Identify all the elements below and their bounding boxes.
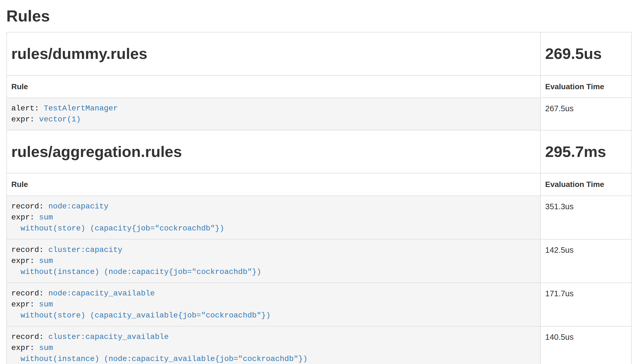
rule-link[interactable]: cluster:capacity xyxy=(48,246,122,254)
rule-link[interactable]: sum xyxy=(39,300,53,309)
rule-group-file: rules/dummy.rules xyxy=(11,45,536,63)
rule-row: record: node:capacity_available expr: su… xyxy=(7,283,631,326)
rule-definition: record: node:capacity_available expr: su… xyxy=(11,288,536,321)
column-header-row: RuleEvaluation Time xyxy=(7,75,631,98)
rule-link[interactable]: sum xyxy=(39,257,53,265)
rule-link[interactable]: node:capacity_available xyxy=(48,289,155,298)
rule-group-header-row: rules/aggregation.rules295.7ms xyxy=(7,130,631,173)
rule-link[interactable]: without(store) (capacity{job="cockroachd… xyxy=(11,224,224,233)
page-title: Rules xyxy=(6,7,632,25)
rules-page: Rules rules/dummy.rules269.5usRuleEvalua… xyxy=(0,0,638,364)
rule-column-header: Rule xyxy=(7,173,540,195)
rule-cell: record: cluster:capacity expr: sum witho… xyxy=(7,239,540,283)
rule-group-file-cell: rules/dummy.rules xyxy=(7,32,540,75)
rule-definition: record: node:capacity expr: sum without(… xyxy=(11,201,536,234)
rule-link[interactable]: without(instance) (node:capacity{job="co… xyxy=(11,268,261,276)
rule-keyword: alert: xyxy=(11,104,44,113)
rule-link[interactable]: vector(1) xyxy=(39,115,81,124)
rule-group-total-time: 269.5us xyxy=(545,45,627,63)
rule-cell: record: node:capacity_available expr: su… xyxy=(7,283,540,326)
rule-keyword: expr: xyxy=(11,213,39,222)
rule-link[interactable]: without(instance) (node:capacity_availab… xyxy=(11,355,307,363)
rule-link[interactable]: node:capacity xyxy=(48,202,108,211)
rule-column-header: Rule xyxy=(7,75,540,98)
rule-keyword: expr: xyxy=(11,257,39,265)
rule-keyword: record: xyxy=(11,289,48,298)
rule-row: record: cluster:capacity expr: sum witho… xyxy=(7,239,631,283)
rule-link[interactable]: without(store) (capacity_available{job="… xyxy=(11,311,271,320)
rule-cell: alert: TestAlertManager expr: vector(1) xyxy=(7,98,540,130)
rule-eval-time: 142.5us xyxy=(540,239,631,283)
rule-link[interactable]: TestAlertManager xyxy=(44,104,118,113)
rule-keyword: expr: xyxy=(11,344,39,352)
rule-definition: record: cluster:capacity expr: sum witho… xyxy=(11,245,536,278)
rule-link[interactable]: cluster:capacity_available xyxy=(48,333,169,341)
rule-row: record: cluster:capacity_available expr:… xyxy=(7,326,631,364)
rules-table: rules/dummy.rules269.5usRuleEvaluation T… xyxy=(6,32,632,364)
eval-time-column-header: Evaluation Time xyxy=(540,173,631,195)
rule-keyword: record: xyxy=(11,333,48,341)
column-header-row: RuleEvaluation Time xyxy=(7,173,631,195)
rule-definition: record: cluster:capacity_available expr:… xyxy=(11,332,536,364)
rule-group-total-time-cell: 295.7ms xyxy=(540,130,631,173)
rule-cell: record: node:capacity expr: sum without(… xyxy=(7,196,540,239)
rule-link[interactable]: sum xyxy=(39,213,53,222)
eval-time-column-header: Evaluation Time xyxy=(540,75,631,98)
rule-cell: record: cluster:capacity_available expr:… xyxy=(7,326,540,364)
rule-group-total-time-cell: 269.5us xyxy=(540,32,631,75)
rule-eval-time: 140.5us xyxy=(540,326,631,364)
rule-eval-time: 351.3us xyxy=(540,196,631,239)
rule-link[interactable]: sum xyxy=(39,344,53,352)
rule-row: record: node:capacity expr: sum without(… xyxy=(7,196,631,239)
rule-group-header-row: rules/dummy.rules269.5us xyxy=(7,32,631,75)
rule-keyword: expr: xyxy=(11,115,39,124)
rule-keyword: record: xyxy=(11,246,48,254)
rule-definition: alert: TestAlertManager expr: vector(1) xyxy=(11,103,536,125)
rule-eval-time: 267.5us xyxy=(540,98,631,130)
rules-table-body: rules/dummy.rules269.5usRuleEvaluation T… xyxy=(7,32,631,364)
rule-group-file: rules/aggregation.rules xyxy=(11,143,536,161)
rule-keyword: record: xyxy=(11,202,48,211)
rule-keyword: expr: xyxy=(11,300,39,309)
rule-group-file-cell: rules/aggregation.rules xyxy=(7,130,540,173)
rule-row: alert: TestAlertManager expr: vector(1)2… xyxy=(7,98,631,130)
rule-eval-time: 171.7us xyxy=(540,283,631,326)
rule-group-total-time: 295.7ms xyxy=(545,143,627,161)
